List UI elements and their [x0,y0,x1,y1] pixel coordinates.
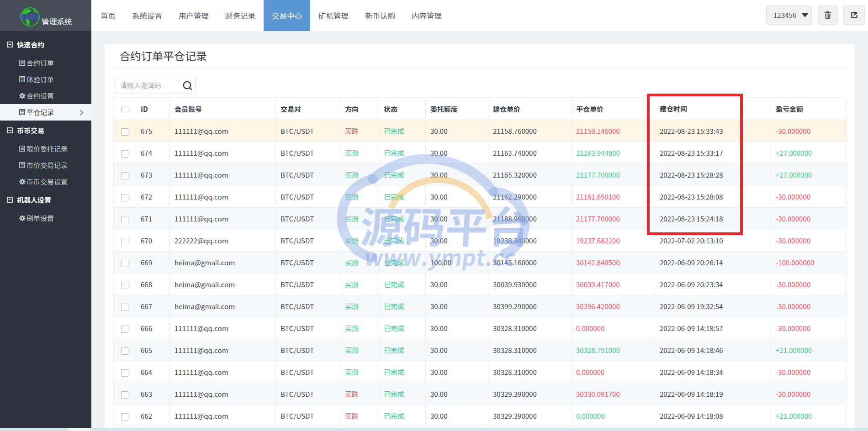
svg-text:USDZ: USDZ [19,12,42,21]
